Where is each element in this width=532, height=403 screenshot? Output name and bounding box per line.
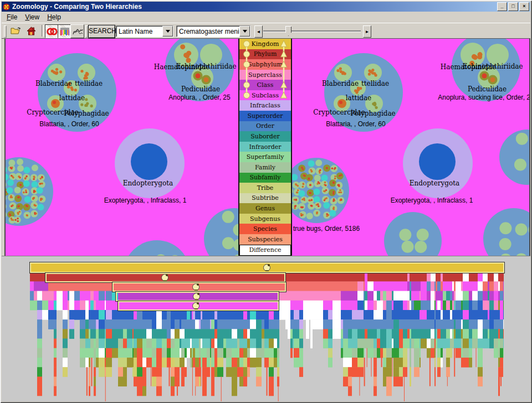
legend-row-subgenus[interactable]: Subgenus	[239, 214, 291, 224]
hierarchy-bars-icon	[60, 27, 70, 36]
toolbar-separator	[42, 25, 44, 37]
maximize-button[interactable]: □	[508, 2, 518, 11]
sketch-view-toggle[interactable]	[70, 24, 84, 38]
open-file-button[interactable]	[9, 24, 22, 37]
legend-row-family[interactable]: Family	[239, 162, 291, 173]
close-button[interactable]: ×	[519, 2, 529, 11]
slider-right-button[interactable]: ►	[363, 25, 371, 38]
legend-row-genus[interactable]: Genus	[239, 203, 291, 214]
app-icon[interactable]	[3, 3, 10, 11]
circle-view-toggle[interactable]	[45, 24, 59, 38]
path-node-marker[interactable]	[192, 302, 200, 309]
legend-row-subclass[interactable]: Subclass	[239, 90, 291, 101]
menu-bar: FileViewHelp	[2, 12, 530, 23]
legend-row-suborder[interactable]: Suborder	[239, 131, 291, 142]
path-node-marker[interactable]	[192, 283, 200, 291]
legend-row-subfamily[interactable]: Subfamily	[239, 173, 291, 183]
taxonomy-legend: KingdomPhylumSubphylumSuperclassClassSub…	[238, 39, 292, 256]
path-node-marker[interactable]	[161, 274, 168, 281]
node-label: true bugs, Order, 5186	[293, 225, 360, 232]
legend-row-infraclass[interactable]: Infraclass	[239, 100, 291, 111]
legend-row-class[interactable]: Class	[239, 80, 291, 90]
toolbar: SEARCH Latin Name Crematogaster menileki…	[2, 23, 530, 38]
right-hierarchy-view[interactable]: BlaberidaettellidaelattidaeCryptocercida…	[292, 39, 529, 256]
node-label: Anoplura, sucking lice, Order, 25	[438, 94, 529, 101]
legend-row-phylum[interactable]: Phylum	[239, 49, 291, 60]
legend-row-subtribe[interactable]: Subtribe	[239, 193, 291, 204]
left-hierarchy-panel[interactable]: BlaberidaettellidaelattidaeCryptocercida…	[4, 39, 241, 256]
minimize-button[interactable]: _	[497, 2, 507, 11]
path-node-marker[interactable]	[263, 264, 270, 271]
hierarchy-view-toggle[interactable]	[58, 24, 71, 38]
legend-row-subspecies[interactable]: Subspecies	[239, 234, 291, 245]
node-label: lattidae	[346, 94, 371, 102]
node-label: Blaberidae	[35, 80, 72, 87]
menu-file[interactable]: File	[3, 12, 21, 22]
left-hierarchy-view[interactable]: BlaberidaettellidaelattidaeCryptocercida…	[6, 39, 241, 256]
open-folder-icon	[11, 27, 22, 35]
chevron-down-icon-2	[243, 30, 247, 33]
title-bar: Zoomology - Comparing Two Hierarchies _ …	[2, 2, 530, 12]
node-label: Polyphagidae	[350, 110, 395, 117]
menu-view[interactable]: View	[21, 12, 43, 22]
node-label: Anoplura, , Order, 25	[168, 94, 231, 101]
node-label: Blattaria, , Order, 60	[39, 120, 99, 128]
search-field-combobox[interactable]: Latin Name	[116, 25, 173, 37]
legend-row-kingdom[interactable]: Kingdom	[239, 39, 291, 49]
legend-row-infraorder[interactable]: Infraorder	[239, 142, 291, 152]
legend-row-tribe[interactable]: Tribe	[239, 183, 291, 193]
taxon-combobox[interactable]: Crematogaster menilekii	[176, 25, 250, 37]
app-window: Zoomology - Comparing Two Hierarchies _ …	[0, 0, 532, 403]
node-label: ttellidae	[75, 80, 103, 87]
right-hierarchy-panel[interactable]: BlaberidaettellidaelattidaeCryptocercida…	[292, 39, 530, 256]
combo-dropdown-button[interactable]	[162, 26, 173, 37]
node-label: ttellidae	[361, 80, 389, 87]
node-label: Blattaria, , Order, 60	[326, 120, 386, 128]
node-label: Exopterygota, , Infraclass, 1	[104, 197, 187, 204]
zoom-slider-track[interactable]	[263, 30, 361, 32]
search-button[interactable]: SEARCH	[88, 25, 115, 38]
legend-row-superfamily[interactable]: Superfamily	[239, 152, 291, 162]
legend-row-difference[interactable]: Difference	[239, 245, 291, 256]
node-label: Blaberidae	[322, 80, 359, 87]
icicle-comparison-panel	[2, 256, 530, 401]
slider-left-button[interactable]: ◄	[254, 25, 263, 38]
legend-row-superclass[interactable]: Superclass	[239, 70, 291, 80]
path-node-marker[interactable]	[193, 293, 200, 300]
node-label: Polyphagidae	[64, 110, 109, 117]
node-label: Pediculidae	[468, 85, 507, 93]
node-label: Echinophthiriidae	[462, 63, 523, 70]
node-label: Endopterygota	[123, 179, 173, 187]
node-label: Exopterygota, , Infraclass, 1	[391, 197, 473, 204]
toolbar-grip[interactable]	[4, 25, 7, 38]
compare-circles-icon	[47, 27, 58, 36]
legend-row-order[interactable]: Order	[239, 121, 291, 132]
zoom-slider-thumb[interactable]	[285, 26, 291, 36]
home-icon	[27, 27, 36, 35]
home-button[interactable]	[25, 24, 38, 37]
taxon-value: Crematogaster menilekii	[177, 28, 239, 35]
chevron-down-icon	[166, 30, 170, 33]
node-label: lattidae	[59, 94, 85, 102]
window-title: Zoomology - Comparing Two Hierarchies	[12, 3, 142, 11]
comparison-area: BlaberidaettellidaelattidaeCryptocercida…	[2, 38, 530, 256]
combo-dropdown-button-2[interactable]	[239, 26, 250, 37]
menu-help[interactable]: Help	[43, 12, 65, 22]
legend-row-subphylum[interactable]: Subphylum	[239, 59, 291, 70]
legend-row-species[interactable]: Species	[239, 224, 291, 234]
search-field-value: Latin Name	[116, 28, 162, 35]
legend-row-superorder[interactable]: Superorder	[239, 111, 291, 121]
node-label: Endopterygota	[410, 179, 459, 187]
node-label: Pediculidae	[181, 85, 220, 93]
sketch-icon	[72, 27, 83, 36]
node-label: Echinophthiriidae	[176, 63, 236, 70]
